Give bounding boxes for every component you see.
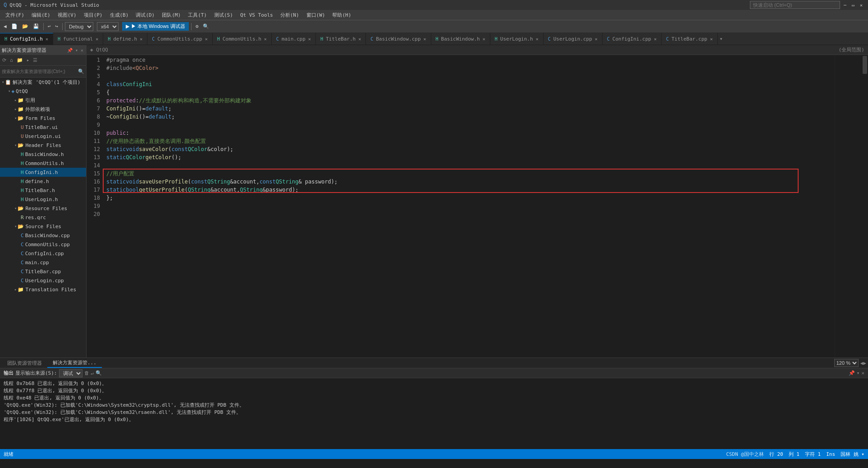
bottom-tab-[interactable]: 团队资源管理器	[2, 359, 47, 367]
menu-item-p[interactable]: 项目(P)	[80, 11, 106, 19]
tree-item-main-cpp[interactable]: C main.cpp	[0, 258, 86, 267]
menu-item-v[interactable]: 视图(V)	[54, 11, 80, 19]
tree-item-define-h[interactable]: H define.h	[0, 177, 86, 186]
tree-item-userlogin-h[interactable]: H UserLogin.h	[0, 195, 86, 204]
tree-item-source-files[interactable]: ▾📂 Source Files	[0, 222, 86, 231]
se-toolbar-sync[interactable]: ⟳	[1, 56, 8, 64]
minimize-button[interactable]: ─	[842, 2, 848, 8]
menu-item-n[interactable]: 分析(N)	[277, 11, 303, 19]
zoom-select[interactable]: 120 %	[834, 359, 859, 367]
platform-dropdown[interactable]: x64	[97, 22, 119, 31]
output-word-wrap[interactable]: ↵	[91, 370, 94, 376]
tree-item---[interactable]: ▸📁 引用	[0, 96, 86, 105]
tab-titlebarcpp[interactable]: CTitleBar.cpp✕	[662, 33, 718, 45]
zoom-nav-left[interactable]: ◀	[860, 360, 863, 366]
tab-userlogincpp[interactable]: CUserLogin.cpp✕	[544, 33, 603, 45]
tab-close-icon[interactable]: ✕	[140, 37, 142, 41]
tab-commonutilscpp[interactable]: CCommonUtils.cpp✕	[147, 33, 212, 45]
se-search-icon[interactable]: 🔍	[78, 69, 84, 74]
toolbar-extra1[interactable]: ⚙	[194, 23, 201, 30]
close-button[interactable]: ✕	[858, 2, 864, 8]
tab-overflow-button[interactable]: ▾	[718, 33, 725, 45]
bottom-tab-[interactable]: 解决方案资源管...	[47, 358, 102, 368]
toolbar-back[interactable]: ◀	[2, 23, 9, 30]
output-dropdown-icon[interactable]: ▾	[857, 370, 860, 376]
tree-item-configini-cpp[interactable]: C ConfigIni.cpp	[0, 249, 86, 258]
tab-functional[interactable]: Hfunctional✕	[53, 33, 103, 45]
menu-item-t[interactable]: 工具(T)	[184, 11, 210, 19]
tree-item-------qtqq--1-----[interactable]: ▾📋 解决方案 'QtQQ'(1 个项目)	[0, 78, 86, 87]
tab-configinih[interactable]: HConfigIni.h✕	[0, 33, 53, 45]
tab-defineh[interactable]: Hdefine.h✕	[103, 33, 147, 45]
output-pin-icon[interactable]: 📌	[849, 370, 855, 376]
tree-item------[interactable]: ▸📁 外部依赖项	[0, 105, 86, 114]
se-dropdown-icon[interactable]: ▾	[74, 48, 79, 53]
output-find[interactable]: 🔍	[96, 370, 102, 376]
tab-close-icon[interactable]: ✕	[308, 37, 311, 41]
output-close-icon[interactable]: ✕	[861, 370, 864, 376]
toolbar-undo[interactable]: ↩	[46, 23, 53, 30]
code-content[interactable]: #pragma once#include <QColor> class Conf…	[103, 55, 835, 358]
tab-close-icon[interactable]: ✕	[264, 37, 267, 41]
tree-item-header-files[interactable]: ▾📂 Header Files	[0, 141, 86, 150]
se-close-icon[interactable]: ✕	[80, 48, 84, 53]
tree-item-basicwindow-cpp[interactable]: C BasicWindow.cpp	[0, 231, 86, 240]
tab-close-icon[interactable]: ✕	[205, 37, 208, 41]
tree-item-titlebar-ui[interactable]: U TitleBar.ui	[0, 123, 86, 132]
se-toolbar-filter[interactable]: ▸	[25, 56, 31, 64]
quick-search-input[interactable]	[750, 1, 840, 9]
zoom-nav-right[interactable]: ▶	[863, 360, 866, 366]
tab-commonutilsh[interactable]: HCommonUtils.h✕	[213, 33, 272, 45]
tab-configinicpp[interactable]: CConfigIni.cpp✕	[603, 33, 662, 45]
toolbar-open[interactable]: 📂	[20, 23, 30, 30]
menu-item-m[interactable]: 团队(M)	[158, 11, 184, 19]
tree-item-userlogin-cpp[interactable]: C UserLogin.cpp	[0, 276, 86, 285]
tab-close-icon[interactable]: ✕	[358, 37, 361, 41]
tab-close-icon[interactable]: ✕	[710, 37, 713, 41]
tree-item-userlogin-ui[interactable]: U UserLogin.ui	[0, 132, 86, 141]
menu-item-s[interactable]: 测试(S)	[210, 11, 237, 19]
toolbar-extra2[interactable]: 🔍	[201, 23, 211, 30]
tab-close-icon[interactable]: ✕	[424, 37, 426, 41]
se-toolbar-show-all[interactable]: 📁	[15, 56, 24, 64]
tab-close-icon[interactable]: ✕	[483, 37, 485, 41]
se-toolbar-props[interactable]: ☰	[32, 56, 39, 64]
toolbar-redo[interactable]: ↪	[53, 23, 60, 30]
menu-item-d[interactable]: 调试(D)	[132, 11, 158, 19]
tree-item-titlebar-h[interactable]: H TitleBar.h	[0, 186, 86, 195]
menu-item-b[interactable]: 生成(B)	[106, 11, 132, 19]
config-dropdown[interactable]: Debug	[65, 22, 93, 31]
menu-item-w[interactable]: 窗口(W)	[303, 11, 329, 19]
menu-item-qtvstools[interactable]: Qt VS Tools	[237, 11, 277, 19]
tab-titlebarh[interactable]: HTitleBar.h✕	[316, 33, 366, 45]
toolbar-save[interactable]: 💾	[31, 23, 41, 30]
right-scrollbar[interactable]	[862, 55, 868, 358]
se-pin-icon[interactable]: 📌	[66, 48, 73, 53]
se-tree[interactable]: ▾📋 解决方案 'QtQQ'(1 个项目)▾◈ QtQQ▸📁 引用▸📁 外部依赖…	[0, 78, 86, 358]
tree-item-qtqq[interactable]: ▾◈ QtQQ	[0, 87, 86, 96]
run-debug-button[interactable]: ▶ ▶ 本地 Windows 调试器	[122, 22, 189, 31]
restore-button[interactable]: ▭	[850, 2, 856, 8]
toolbar-new[interactable]: 📄	[9, 23, 19, 30]
tab-close-icon[interactable]: ✕	[46, 37, 48, 41]
se-toolbar-home[interactable]: ⌂	[9, 56, 14, 64]
tab-close-icon[interactable]: ✕	[654, 37, 657, 41]
tree-item-configini-h[interactable]: H ConfigIni.h	[0, 168, 86, 177]
tab-basicwindowh[interactable]: HBasicWindow.h✕	[431, 33, 490, 45]
tree-item-res-qrc[interactable]: R res.qrc	[0, 213, 86, 222]
menu-item-h[interactable]: 帮助(H)	[329, 11, 355, 19]
menu-item-f[interactable]: 文件(F)	[2, 11, 28, 19]
tree-item-form-files[interactable]: ▾📂 Form Files	[0, 114, 86, 123]
tree-item-basicwindow-h[interactable]: H BasicWindow.h	[0, 150, 86, 159]
tab-close-icon[interactable]: ✕	[96, 37, 98, 41]
tree-item-titlebar-cpp[interactable]: C TitleBar.cpp	[0, 267, 86, 276]
menu-item-e[interactable]: 编辑(E)	[28, 11, 54, 19]
tab-close-icon[interactable]: ✕	[536, 37, 539, 41]
tree-item-commonutils-cpp[interactable]: C CommonUtils.cpp	[0, 240, 86, 249]
tab-close-icon[interactable]: ✕	[595, 37, 598, 41]
tree-item-translation-files[interactable]: ▸📁 Translation Files	[0, 285, 86, 294]
tab-maincpp[interactable]: Cmain.cpp✕	[272, 33, 316, 45]
output-clear[interactable]: 🗑	[84, 370, 89, 376]
tree-item-resource-files[interactable]: ▾📂 Resource Files	[0, 204, 86, 213]
tab-userloginh[interactable]: HUserLogin.h✕	[490, 33, 544, 45]
